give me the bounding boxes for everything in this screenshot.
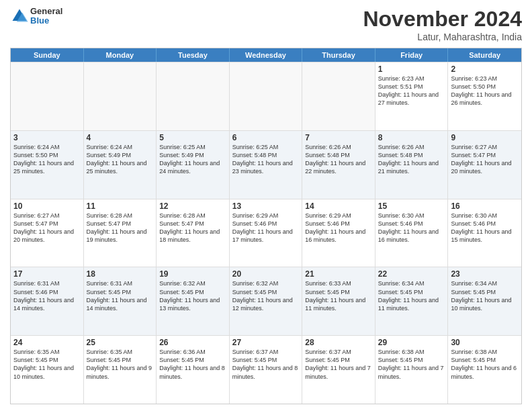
- day-details: Sunrise: 6:38 AM Sunset: 5:45 PM Dayligh…: [451, 348, 519, 381]
- calendar-cell: 22Sunrise: 6:34 AM Sunset: 5:45 PM Dayli…: [375, 267, 449, 335]
- day-details: Sunrise: 6:28 AM Sunset: 5:47 PM Dayligh…: [159, 212, 226, 244]
- day-number: 15: [378, 201, 445, 211]
- calendar-cell: 12Sunrise: 6:28 AM Sunset: 5:47 PM Dayli…: [157, 199, 230, 267]
- day-details: Sunrise: 6:29 AM Sunset: 5:46 PM Dayligh…: [305, 212, 372, 244]
- calendar-page: General Blue November 2024 Latur, Mahara…: [0, 0, 532, 411]
- day-details: Sunrise: 6:29 AM Sunset: 5:46 PM Dayligh…: [232, 212, 300, 244]
- day-details: Sunrise: 6:33 AM Sunset: 5:45 PM Dayligh…: [305, 279, 372, 312]
- calendar-body: 1Sunrise: 6:23 AM Sunset: 5:51 PM Daylig…: [11, 62, 521, 404]
- calendar-cell: 4Sunrise: 6:24 AM Sunset: 5:49 PM Daylig…: [84, 131, 157, 199]
- calendar-cell: 3Sunrise: 6:24 AM Sunset: 5:50 PM Daylig…: [11, 131, 84, 199]
- calendar-cell: 13Sunrise: 6:29 AM Sunset: 5:46 PM Dayli…: [230, 199, 303, 267]
- logo-icon: [10, 7, 29, 26]
- day-details: Sunrise: 6:27 AM Sunset: 5:47 PM Dayligh…: [451, 143, 519, 176]
- calendar-cell: 2Sunrise: 6:23 AM Sunset: 5:50 PM Daylig…: [448, 62, 521, 130]
- day-number: 23: [451, 269, 519, 279]
- month-title: November 2024: [363, 7, 522, 32]
- day-number: 3: [13, 133, 81, 142]
- day-number: 16: [451, 201, 519, 211]
- day-details: Sunrise: 6:24 AM Sunset: 5:49 PM Dayligh…: [87, 143, 154, 176]
- header-day-sunday: Sunday: [11, 48, 84, 62]
- logo-blue: Blue: [30, 16, 62, 26]
- day-details: Sunrise: 6:37 AM Sunset: 5:45 PM Dayligh…: [305, 348, 372, 381]
- calendar-cell: 18Sunrise: 6:31 AM Sunset: 5:45 PM Dayli…: [84, 267, 157, 335]
- day-number: 20: [232, 269, 300, 279]
- header-day-thursday: Thursday: [302, 48, 375, 62]
- day-details: Sunrise: 6:26 AM Sunset: 5:48 PM Dayligh…: [378, 143, 445, 176]
- day-number: 7: [305, 133, 372, 142]
- day-details: Sunrise: 6:35 AM Sunset: 5:45 PM Dayligh…: [87, 348, 154, 381]
- day-number: 13: [232, 201, 300, 211]
- calendar: SundayMondayTuesdayWednesdayThursdayFrid…: [10, 48, 522, 404]
- calendar-cell: [230, 62, 303, 130]
- day-details: Sunrise: 6:30 AM Sunset: 5:46 PM Dayligh…: [451, 212, 519, 244]
- day-details: Sunrise: 6:25 AM Sunset: 5:48 PM Dayligh…: [232, 143, 300, 176]
- calendar-cell: [84, 62, 157, 130]
- calendar-row-1: 3Sunrise: 6:24 AM Sunset: 5:50 PM Daylig…: [11, 130, 521, 199]
- day-number: 28: [305, 338, 372, 347]
- day-details: Sunrise: 6:25 AM Sunset: 5:49 PM Dayligh…: [159, 143, 226, 176]
- calendar-cell: 6Sunrise: 6:25 AM Sunset: 5:48 PM Daylig…: [230, 131, 303, 199]
- day-number: 6: [232, 133, 300, 142]
- calendar-cell: 20Sunrise: 6:32 AM Sunset: 5:45 PM Dayli…: [230, 267, 303, 335]
- day-number: 11: [87, 201, 154, 211]
- header-day-tuesday: Tuesday: [157, 48, 230, 62]
- day-details: Sunrise: 6:23 AM Sunset: 5:51 PM Dayligh…: [378, 75, 445, 107]
- day-details: Sunrise: 6:26 AM Sunset: 5:48 PM Dayligh…: [305, 143, 372, 176]
- day-details: Sunrise: 6:28 AM Sunset: 5:47 PM Dayligh…: [87, 212, 154, 244]
- day-number: 19: [159, 269, 226, 279]
- calendar-row-4: 24Sunrise: 6:35 AM Sunset: 5:45 PM Dayli…: [11, 335, 521, 404]
- calendar-cell: 21Sunrise: 6:33 AM Sunset: 5:45 PM Dayli…: [302, 267, 375, 335]
- calendar-cell: 29Sunrise: 6:38 AM Sunset: 5:45 PM Dayli…: [375, 336, 449, 404]
- logo-general: General: [30, 7, 62, 16]
- day-number: 26: [159, 338, 226, 347]
- day-number: 29: [378, 338, 445, 347]
- calendar-cell: [302, 62, 375, 130]
- day-number: 8: [378, 133, 445, 142]
- day-number: 1: [378, 64, 445, 74]
- header-day-saturday: Saturday: [448, 48, 521, 62]
- calendar-row-2: 10Sunrise: 6:27 AM Sunset: 5:47 PM Dayli…: [11, 199, 521, 267]
- calendar-cell: 28Sunrise: 6:37 AM Sunset: 5:45 PM Dayli…: [302, 336, 375, 404]
- day-number: 9: [451, 133, 519, 142]
- day-number: 17: [13, 269, 81, 279]
- day-number: 12: [159, 201, 226, 211]
- calendar-cell: 30Sunrise: 6:38 AM Sunset: 5:45 PM Dayli…: [448, 336, 521, 404]
- day-details: Sunrise: 6:30 AM Sunset: 5:46 PM Dayligh…: [378, 212, 445, 244]
- day-details: Sunrise: 6:32 AM Sunset: 5:45 PM Dayligh…: [232, 279, 300, 312]
- calendar-header: SundayMondayTuesdayWednesdayThursdayFrid…: [11, 48, 521, 62]
- day-number: 25: [87, 338, 154, 347]
- calendar-row-0: 1Sunrise: 6:23 AM Sunset: 5:51 PM Daylig…: [11, 62, 521, 130]
- day-number: 2: [451, 64, 519, 74]
- day-details: Sunrise: 6:34 AM Sunset: 5:45 PM Dayligh…: [378, 279, 445, 312]
- calendar-cell: 16Sunrise: 6:30 AM Sunset: 5:46 PM Dayli…: [448, 199, 521, 267]
- calendar-cell: 27Sunrise: 6:37 AM Sunset: 5:45 PM Dayli…: [230, 336, 303, 404]
- day-details: Sunrise: 6:24 AM Sunset: 5:50 PM Dayligh…: [13, 143, 81, 176]
- logo: General Blue: [10, 7, 62, 26]
- header-day-monday: Monday: [84, 48, 157, 62]
- title-section: November 2024 Latur, Maharashtra, India: [363, 7, 522, 42]
- header-day-wednesday: Wednesday: [230, 48, 303, 62]
- day-number: 24: [13, 338, 81, 347]
- calendar-cell: 9Sunrise: 6:27 AM Sunset: 5:47 PM Daylig…: [448, 131, 521, 199]
- day-number: 21: [305, 269, 372, 279]
- day-details: Sunrise: 6:31 AM Sunset: 5:45 PM Dayligh…: [87, 279, 154, 312]
- calendar-cell: 5Sunrise: 6:25 AM Sunset: 5:49 PM Daylig…: [157, 131, 230, 199]
- calendar-cell: 23Sunrise: 6:34 AM Sunset: 5:45 PM Dayli…: [448, 267, 521, 335]
- day-number: 22: [378, 269, 445, 279]
- day-details: Sunrise: 6:35 AM Sunset: 5:45 PM Dayligh…: [13, 348, 81, 381]
- page-header: General Blue November 2024 Latur, Mahara…: [10, 7, 522, 42]
- day-details: Sunrise: 6:27 AM Sunset: 5:47 PM Dayligh…: [13, 212, 81, 244]
- day-details: Sunrise: 6:32 AM Sunset: 5:45 PM Dayligh…: [159, 279, 226, 312]
- location: Latur, Maharashtra, India: [363, 32, 522, 42]
- day-number: 30: [451, 338, 519, 347]
- calendar-cell: 14Sunrise: 6:29 AM Sunset: 5:46 PM Dayli…: [302, 199, 375, 267]
- day-number: 14: [305, 201, 372, 211]
- logo-text: General Blue: [30, 7, 62, 26]
- day-number: 27: [232, 338, 300, 347]
- day-number: 4: [87, 133, 154, 142]
- calendar-cell: 17Sunrise: 6:31 AM Sunset: 5:46 PM Dayli…: [11, 267, 84, 335]
- day-details: Sunrise: 6:36 AM Sunset: 5:45 PM Dayligh…: [159, 348, 226, 381]
- day-number: 10: [13, 201, 81, 211]
- calendar-cell: 10Sunrise: 6:27 AM Sunset: 5:47 PM Dayli…: [11, 199, 84, 267]
